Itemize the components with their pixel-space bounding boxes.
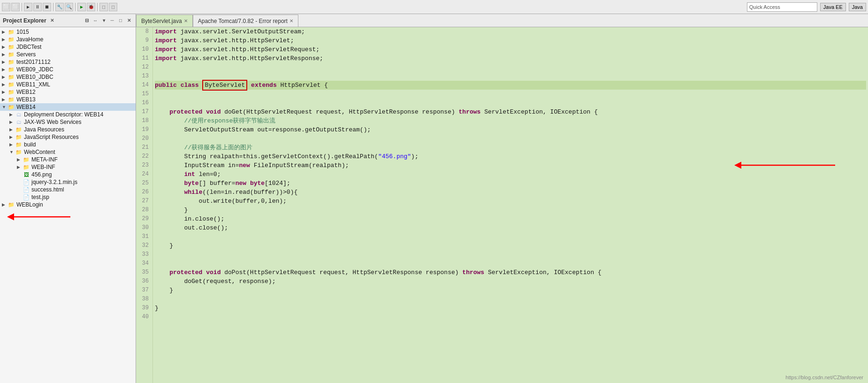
tree-item-build[interactable]: ▶📁build [0,141,136,148]
code-line-26[interactable]: while((len=in.read(buffer))>0){ [155,188,866,197]
tree-item-test20171112[interactable]: ▶📁test20171112 [0,58,136,66]
tree-arrow-WEB-INF[interactable]: ▶ [17,165,23,169]
code-line-40[interactable] [155,313,866,322]
tree-arrow-WEB12[interactable]: ▶ [2,90,8,94]
code-line-24[interactable]: int len=0; [155,170,866,179]
code-line-22[interactable]: String realpath=this.getServletContext()… [155,152,866,161]
perspective-java[interactable]: Java [849,3,866,11]
code-line-25[interactable]: byte[] buffer=new byte[1024]; [155,179,866,188]
code-line-8[interactable]: import javax.servlet.ServletOutputStream… [155,27,866,36]
tree-arrow-DeploymentDescriptor[interactable]: ▶ [9,112,15,117]
tree-item-successhtml[interactable]: 📄success.html [0,186,136,193]
tree-arrow-WEB11_XML[interactable]: ▶ [2,82,8,87]
tree-item-WEB14[interactable]: ▼📁WEB14 [0,103,136,111]
code-line-37[interactable]: } [155,286,866,295]
tree-item-jquery[interactable]: 📄jquery-3.2.1.min.js [0,178,136,186]
minimize-btn[interactable]: ─ [108,17,116,24]
quick-access-input[interactable]: Quick Access [747,2,817,12]
code-line-21[interactable]: //获得服务器上面的图片 [155,143,866,152]
tree-arrow-Servers[interactable]: ▶ [2,52,8,57]
toolbar-btn-debug[interactable]: 🐞 [87,3,95,11]
tree-item-WEB12[interactable]: ▶📁WEB12 [0,88,136,96]
tree-arrow-WebContent[interactable]: ▼ [9,150,15,154]
tree-item-JavaHome[interactable]: ▶📁JavaHome [0,36,136,43]
tree-item-WebContent[interactable]: ▼📁WebContent [0,148,136,156]
tree-arrow-test20171112[interactable]: ▶ [2,60,8,64]
code-line-34[interactable] [155,259,866,268]
code-line-19[interactable]: ServletOutputStream out=response.getOutp… [155,125,866,134]
code-line-18[interactable]: //使用response获得字节输出流 [155,116,866,125]
toolbar-btn-2[interactable]: ⬜ [11,3,20,11]
code-line-36[interactable]: doGet(request, response); [155,277,866,286]
close-panel-btn[interactable]: ✕ [125,17,133,24]
toolbar-btn-5[interactable]: ⏹ [43,3,51,11]
code-line-29[interactable]: in.close(); [155,214,866,223]
tree-arrow-JavaScriptResources[interactable]: ▶ [9,135,15,139]
link-editor-btn[interactable]: ↔ [91,17,99,24]
tree-item-WEB13[interactable]: ▶📁WEB13 [0,96,136,103]
maximize-btn[interactable]: □ [117,17,124,24]
toolbar-btn-6[interactable]: 🔧 [55,3,64,11]
code-line-27[interactable]: out.write(buffer,0,len); [155,197,866,206]
code-content[interactable]: import javax.servlet.ServletOutputStream… [153,27,868,383]
toolbar-btn-4[interactable]: ⏸ [33,3,42,11]
toolbar-btn-3[interactable]: ▶ [24,3,32,11]
code-line-9[interactable]: import javax.servlet.http.HttpServlet; [155,36,866,45]
tree-item-Servers[interactable]: ▶📁Servers [0,51,136,58]
tree-item-WEB09_JDBC[interactable]: ▶📁WEB09_JDBC [0,66,136,73]
tree-arrow-1015[interactable]: ▶ [2,30,8,34]
perspective-java-ee[interactable]: Java EE [820,3,846,11]
tree-item-WEB-INF[interactable]: ▶📁WEB-INF [0,163,136,171]
tree-item-JavaResources[interactable]: ▶📁Java Resources [0,126,136,133]
toolbar-btn-8[interactable]: ⬚ [99,3,108,11]
code-line-30[interactable]: out.close(); [155,223,866,232]
tab-byteservlet[interactable]: ByteServlet.java ✕ [136,15,193,27]
code-line-16[interactable] [155,99,866,107]
code-line-12[interactable] [155,63,866,72]
tree-arrow-WEB09_JDBC[interactable]: ▶ [2,67,8,72]
code-line-11[interactable]: import javax.servlet.http.HttpServletRes… [155,54,866,63]
tree-arrow-JAXWSWebServices[interactable]: ▶ [9,120,15,124]
panel-menu-btn[interactable]: ▾ [100,17,107,24]
tab-byteservlet-close[interactable]: ✕ [184,18,188,23]
tree-arrow-META-INF[interactable]: ▶ [17,157,23,162]
tree-item-META-INF[interactable]: ▶📁META-INF [0,156,136,163]
tab-tomcat-close[interactable]: ✕ [289,18,293,23]
tree-arrow-WEB14[interactable]: ▼ [2,105,8,109]
code-line-38[interactable] [155,295,866,304]
tree-arrow-JDBCTest[interactable]: ▶ [2,45,8,49]
code-editor[interactable]: 8910111213141516171819202122232425262728… [136,27,868,383]
tree-item-WEBLogin[interactable]: ▶📁WEBLogin [0,201,136,208]
tree-arrow-WEB10_JDBC[interactable]: ▶ [2,75,8,79]
toolbar-btn-run[interactable]: ▶ [77,3,86,11]
tree-item-JavaScriptResources[interactable]: ▶📁JavaScript Resources [0,133,136,141]
tree-item-DeploymentDescriptor[interactable]: ▶🗂Deployment Descriptor: WEB14 [0,111,136,118]
tree-item-testjsp[interactable]: 📄test.jsp [0,193,136,201]
toolbar-btn-7[interactable]: 🔍 [65,3,73,11]
tree-item-JDBCTest[interactable]: ▶📁JDBCTest [0,43,136,51]
code-line-39[interactable]: } [155,304,866,313]
tree-arrow-build[interactable]: ▶ [9,142,15,147]
tree-arrow-JavaHome[interactable]: ▶ [2,37,8,42]
tree-arrow-JavaResources[interactable]: ▶ [9,127,15,132]
code-line-33[interactable] [155,250,866,259]
tab-tomcat-error[interactable]: Apache Tomcat/7.0.82 - Error report ✕ [193,15,298,27]
code-line-32[interactable]: } [155,241,866,250]
tree-arrow-WEB13[interactable]: ▶ [2,97,8,102]
tree-item-JAXWSWebServices[interactable]: ▶🗂JAX-WS Web Services [0,118,136,126]
code-line-13[interactable] [155,72,866,81]
tree-item-WEB10_JDBC[interactable]: ▶📁WEB10_JDBC [0,73,136,81]
code-line-23[interactable]: InputStream in=new FileInputStream(realp… [155,161,866,170]
code-line-35[interactable]: protected void doPost(HttpServletRequest… [155,268,866,277]
code-line-10[interactable]: import javax.servlet.http.HttpServletReq… [155,45,866,54]
code-line-20[interactable] [155,134,866,143]
toolbar-btn-9[interactable]: ⬚ [109,3,117,11]
code-line-31[interactable] [155,232,866,241]
tree-item-WEB11_XML[interactable]: ▶📁WEB11_XML [0,81,136,88]
tree-item-456png[interactable]: 🖼456.png [0,171,136,178]
code-line-14[interactable]: public class ByteServlet extends HttpSer… [155,81,866,90]
code-line-17[interactable]: protected void doGet(HttpServletRequest … [155,107,866,116]
collapse-all-btn[interactable]: ⊟ [83,17,91,24]
tree-arrow-WEBLogin[interactable]: ▶ [2,202,8,207]
toolbar-btn-1[interactable]: ⬜ [2,3,10,11]
